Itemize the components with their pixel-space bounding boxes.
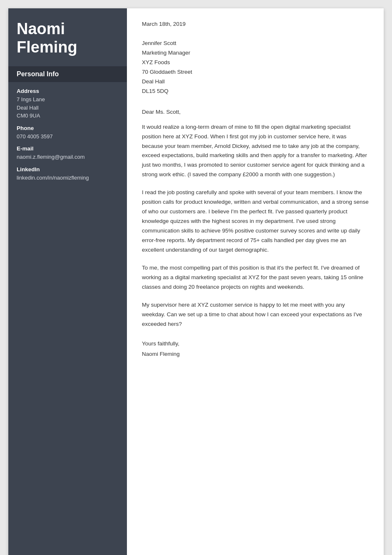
recipient-company: XYZ Foods bbox=[142, 58, 369, 68]
recipient-title: Marketing Manager bbox=[142, 48, 369, 58]
phone-value: 070 4005 3597 bbox=[17, 132, 119, 141]
closing-line1: Yours faithfully, bbox=[142, 339, 369, 349]
recipient-postcode: DL15 5DQ bbox=[142, 87, 369, 96]
sidebar: Naomi Fleming Personal Info Address 7 In… bbox=[8, 8, 127, 555]
sidebar-content: Address 7 Ings Lane Deal Hall CM0 9UA Ph… bbox=[8, 88, 127, 182]
recipient-street: 70 Gloddaeth Street bbox=[142, 68, 369, 77]
paragraph-3: To me, the most compelling part of this … bbox=[142, 263, 369, 292]
linkedin-label: LinkedIn bbox=[17, 166, 119, 172]
resume-page: Naomi Fleming Personal Info Address 7 In… bbox=[8, 8, 384, 555]
paragraph-1: It would realize a long-term dream of mi… bbox=[142, 122, 369, 180]
email-value: naomi.z.fleming@gmail.com bbox=[17, 153, 119, 161]
applicant-name: Naomi Fleming bbox=[8, 8, 127, 66]
main-content: March 18th, 2019 Jennifer Scott Marketin… bbox=[127, 8, 384, 555]
phone-label: Phone bbox=[17, 125, 119, 131]
letter-date: March 18th, 2019 bbox=[142, 21, 369, 27]
paragraph-2: I read the job posting carefully and spo… bbox=[142, 188, 369, 255]
email-label: E-mail bbox=[17, 145, 119, 152]
closing-block: Yours faithfully, Naomi Fleming bbox=[142, 339, 369, 359]
paragraph-4: My supervisor here at XYZ customer servi… bbox=[142, 300, 369, 329]
address-value: 7 Ings Lane Deal Hall CM0 9UA bbox=[17, 95, 119, 120]
closing-line2: Naomi Fleming bbox=[142, 349, 369, 359]
salutation: Dear Ms. Scott, bbox=[142, 109, 369, 115]
linkedin-value: linkedin.com/in/naomizfleming bbox=[17, 174, 119, 182]
recipient-block: Jennifer Scott Marketing Manager XYZ Foo… bbox=[142, 39, 369, 96]
recipient-name: Jennifer Scott bbox=[142, 39, 369, 48]
address-label: Address bbox=[17, 88, 119, 94]
personal-info-section-title: Personal Info bbox=[8, 66, 127, 82]
recipient-city: Deal Hall bbox=[142, 77, 369, 87]
